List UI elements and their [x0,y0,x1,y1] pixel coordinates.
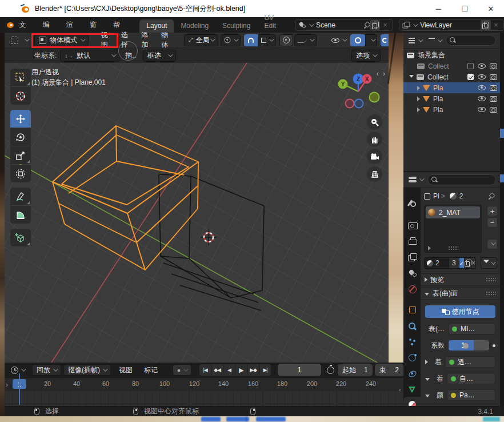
panel-grip[interactable] [486,277,496,282]
viewport-3d[interactable]: Y Z X 用户透视 (1) 场景集合 | Plane.001 ‹ › [5,63,389,363]
expand-triangle-icon[interactable] [417,108,420,112]
tool-annotate[interactable] [10,188,31,205]
region-corner-arrow[interactable]: › [6,381,8,389]
exclude-checkbox[interactable] [467,74,474,80]
outliner-row-plane-active[interactable]: Pla [403,82,500,93]
tab-physics[interactable] [403,350,421,365]
tool-move[interactable] [10,110,31,128]
shader2-dropdown[interactable]: 自… [447,373,495,384]
factor-slider[interactable]: 1. [448,340,490,351]
camera-render-icon[interactable] [490,74,497,80]
tab-constraints[interactable] [403,366,421,381]
eye-icon[interactable] [478,85,486,90]
pivot-dropdown[interactable] [221,34,241,46]
prev-keyframe-button[interactable]: ◆◀ [211,364,223,376]
stopwatch-icon[interactable] [327,367,334,374]
expand-triangle-icon[interactable] [428,246,431,250]
properties-editor-type-button[interactable] [407,176,425,184]
menu-view[interactable]: 视图 [95,30,115,50]
menu-object[interactable]: 物体 [155,30,175,50]
add-slot-button[interactable]: + [487,206,498,216]
camera-render-icon[interactable] [490,85,497,91]
exclude-checkbox[interactable] [467,63,474,69]
options-dropdown[interactable]: 选项 [351,50,381,62]
workspace-tab-modeling[interactable]: Modeling [174,19,215,33]
eye-icon[interactable] [478,96,486,101]
breadcrumb-material[interactable]: 2 [459,192,463,200]
color-dropdown[interactable]: Pa… [447,389,495,401]
outliner-row-plane-2[interactable]: Pla [403,93,500,104]
maximize-button[interactable]: ☐ [451,0,478,17]
outliner-filter-button[interactable] [427,37,443,45]
playback-menu[interactable]: 回放 [32,364,61,376]
proportional-edit-button[interactable] [279,34,293,46]
minimize-button[interactable]: ─ [425,0,451,17]
new-viewlayer-button[interactable] [481,20,491,30]
tab-tool[interactable] [403,196,421,210]
surface-panel-header[interactable]: 表(曲)面 [421,287,500,300]
overlays-dropdown[interactable] [365,34,377,46]
outliner-editor-type-button[interactable] [407,36,423,45]
overlays-toggle-button[interactable] [350,34,365,46]
pin-icon[interactable] [363,22,370,29]
new-scene-button[interactable] [370,20,380,30]
menu-edit[interactable]: 编辑 [38,17,61,33]
camera-render-icon[interactable] [490,107,497,113]
outliner-row-collection-2[interactable]: Collect [403,71,500,82]
jump-to-start-button[interactable]: |◀ [199,364,211,376]
expand-triangle-icon[interactable] [417,97,420,101]
slot-specials-button[interactable] [487,239,498,249]
eye-icon[interactable] [478,63,486,69]
play-reverse-button[interactable]: ◀ [223,364,235,376]
shader1-dropdown[interactable]: 透… [445,356,495,368]
pan-hand-button[interactable] [367,132,382,147]
use-nodes-button[interactable]: 使用节点 [425,305,495,318]
frame-start-field[interactable]: 起始 1 [338,364,373,376]
material-users-count[interactable]: 3 [449,257,459,269]
outliner-row-scene-collection[interactable]: 场景集合 [403,50,500,61]
region-split-arrows[interactable]: ‹ › [377,70,386,78]
tab-scene[interactable] [403,265,421,280]
tool-transform[interactable] [10,165,31,182]
zoom-button[interactable] [367,114,382,130]
current-frame-field[interactable]: 1 [278,364,321,376]
select-box-dropdown[interactable]: 框选 [143,50,176,62]
remove-slot-button[interactable]: − [487,217,498,228]
properties-search[interactable] [427,174,496,185]
tool-cursor[interactable] [10,87,31,105]
falloff-dropdown[interactable] [294,34,317,46]
expand-triangle-icon[interactable] [417,86,420,90]
breadcrumb-object[interactable]: Pl [433,192,439,200]
blender-menu-icon[interactable] [6,21,14,29]
pin-icon[interactable] [488,193,494,200]
snap-to-dropdown[interactable] [258,34,276,46]
workspace-tab-uvedit[interactable]: UV Edit [257,11,289,33]
visibility-dropdown[interactable] [328,34,349,46]
mode-dropdown[interactable]: 物体模式 [34,34,89,46]
frame-end-field[interactable]: 结束点 2 [375,364,403,376]
tab-object[interactable] [403,302,421,317]
resize-grip[interactable] [448,246,458,250]
timeline-marker-menu[interactable]: 标记 [138,365,163,375]
keying-menu[interactable]: 抠像(插帧) [63,364,111,376]
material-browse[interactable]: 2 [424,257,449,269]
outliner-row-plane-3[interactable]: Pla [403,104,500,115]
tab-output[interactable] [403,233,421,248]
collapsed-triangle-icon[interactable] [425,360,428,364]
material-specials-dropdown[interactable] [481,257,497,269]
timeline-view-menu[interactable]: 视图 [113,365,138,375]
timeline-ruler[interactable]: › 20 40 60 80 100 120 140 160 180 200 22… [5,377,403,391]
workspace-tab-sculpting[interactable]: Sculpting [215,19,257,33]
tool-select-box[interactable] [10,69,31,86]
delete-viewlayer-button[interactable]: × [491,20,501,30]
next-keyframe-button[interactable]: ▶◆ [247,364,259,376]
timeline-keyframe-area[interactable] [5,391,403,406]
delete-scene-button[interactable]: × [380,20,390,30]
outliner-row-collection-1[interactable]: Collect [403,61,500,71]
preview-panel-header[interactable]: 预览 [421,273,500,286]
keyframe-dot-icon[interactable] [493,344,495,347]
new-material-button[interactable] [465,257,471,269]
tool-rotate[interactable] [10,128,31,146]
surface-shader-dropdown[interactable]: MI… [448,323,495,335]
close-button[interactable]: ✕ [478,0,504,17]
